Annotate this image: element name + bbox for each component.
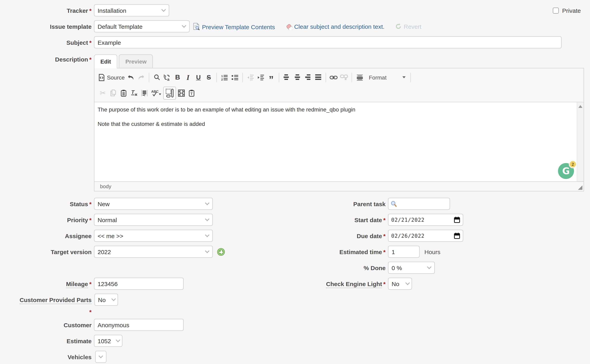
editor-content[interactable]: The purpose of this work order is to be … xyxy=(94,102,583,182)
remove-format-icon: T xyxy=(130,90,138,96)
required-marker: * xyxy=(383,232,386,239)
undo-button[interactable] xyxy=(126,72,136,83)
estimated-time-input[interactable] xyxy=(388,246,420,258)
target-version-select[interactable]: 2022 xyxy=(94,246,213,258)
justify-button[interactable] xyxy=(313,72,323,83)
editor-scrollbar[interactable] xyxy=(577,102,583,182)
customer-provided-parts-select[interactable]: No xyxy=(94,294,118,306)
copy-button[interactable] xyxy=(108,88,118,98)
format-dropdown[interactable]: Format xyxy=(369,74,406,80)
mileage-input[interactable] xyxy=(94,278,184,290)
priority-select[interactable]: Normal xyxy=(94,214,213,226)
strikethrough-icon: S xyxy=(207,74,211,80)
required-marker: * xyxy=(89,216,92,223)
edit-issue-form: Tracker* Installation Private Issue temp… xyxy=(0,0,590,364)
align-right-button[interactable] xyxy=(302,72,313,83)
required-marker: * xyxy=(89,280,92,287)
find-button[interactable] xyxy=(152,72,162,83)
align-left-button[interactable] xyxy=(282,72,292,83)
redo-icon xyxy=(138,74,145,80)
outdent-button[interactable] xyxy=(245,72,256,83)
required-marker: * xyxy=(89,308,92,315)
chevron-down-icon xyxy=(116,338,121,342)
media-embed-button[interactable] xyxy=(176,88,186,98)
clear-subject-description-link[interactable]: Clear subject and description text. xyxy=(285,23,385,30)
indent-icon xyxy=(257,74,264,80)
numbered-list-button[interactable]: 12 xyxy=(219,72,230,83)
grammarly-widget[interactable]: G 2 xyxy=(558,163,574,179)
dotted-selection-icon xyxy=(166,89,174,97)
due-date-input[interactable]: 02/26/2022 xyxy=(388,230,463,242)
toolbar-separator xyxy=(216,72,217,82)
vehicles-select[interactable] xyxy=(95,351,106,363)
element-path-bar: body xyxy=(94,182,583,191)
remove-format-button[interactable]: T xyxy=(129,88,139,98)
customer-label: Customer xyxy=(0,321,92,328)
toolbar-separator xyxy=(352,72,352,82)
toolbar-row-1: Source ba B I U S 12 xyxy=(98,70,580,85)
resize-handle[interactable] xyxy=(578,185,582,190)
private-checkbox[interactable] xyxy=(553,7,559,13)
link-icon xyxy=(330,75,338,80)
calendar-icon xyxy=(454,233,460,239)
status-row: Status* New Parent task xyxy=(0,196,590,212)
tab-preview[interactable]: Preview xyxy=(119,54,153,68)
underline-button[interactable]: U xyxy=(193,72,204,83)
align-center-button[interactable] xyxy=(292,72,302,83)
preview-template-link[interactable]: Preview Template Contents xyxy=(193,23,275,30)
estimate-select[interactable]: 1052 xyxy=(94,335,122,347)
percent-done-select[interactable]: 0 % xyxy=(388,262,435,274)
numbered-list-icon: 12 xyxy=(221,74,228,80)
issue-template-label: Issue template xyxy=(0,23,92,30)
italic-button[interactable]: I xyxy=(183,72,193,83)
source-button[interactable]: Source xyxy=(98,72,126,83)
revert-link[interactable]: Revert xyxy=(395,23,421,30)
parent-task-input[interactable] xyxy=(388,198,450,210)
unlink-button[interactable] xyxy=(339,72,349,83)
issue-template-select[interactable]: Default Template xyxy=(94,20,190,32)
toolbar-separator xyxy=(242,72,243,82)
spell-check-icon: ABC xyxy=(151,89,162,97)
select-all-button[interactable] xyxy=(139,88,150,98)
subject-input[interactable] xyxy=(94,36,562,48)
chevron-down-icon xyxy=(205,201,210,205)
undo-icon xyxy=(127,74,134,80)
mileage-row: Mileage* Check Engine Light* No xyxy=(0,276,590,292)
align-right-icon xyxy=(304,74,311,80)
indent-button[interactable] xyxy=(256,72,266,83)
add-version-button[interactable] xyxy=(217,248,225,255)
blockquote-button[interactable]: ” xyxy=(266,72,276,83)
required-marker: * xyxy=(89,200,92,207)
grammarly-icon: G xyxy=(562,167,570,175)
div-container-button[interactable] xyxy=(354,72,365,83)
element-path[interactable]: body xyxy=(100,183,111,189)
required-marker: * xyxy=(89,56,92,63)
tab-edit[interactable]: Edit xyxy=(94,54,117,68)
assignee-select[interactable]: << me >> xyxy=(94,230,213,242)
paste-plain-text-button[interactable]: T xyxy=(186,88,197,98)
redo-button[interactable] xyxy=(136,72,146,83)
toolbar-separator xyxy=(410,72,411,82)
tracker-select[interactable]: Installation xyxy=(94,4,169,16)
strikethrough-button[interactable]: S xyxy=(204,72,214,83)
replace-button[interactable]: ba xyxy=(162,72,172,83)
chevron-down-icon xyxy=(111,297,116,301)
paste-button[interactable] xyxy=(118,88,129,98)
link-button[interactable] xyxy=(329,72,339,83)
estimate-row: Estimate 1052 xyxy=(0,333,590,349)
customer-input[interactable] xyxy=(94,319,184,331)
vehicles-row: Vehicles xyxy=(0,349,590,364)
chevron-down-icon xyxy=(99,354,103,358)
cut-button[interactable]: ✂ xyxy=(98,88,108,98)
magic-selection-button[interactable] xyxy=(163,86,176,99)
start-date-input[interactable]: 02/21/2022 xyxy=(388,214,463,226)
bullet-list-button[interactable] xyxy=(230,72,240,83)
start-date-label: Start date* xyxy=(296,216,386,223)
customer-provided-parts-label: Customer Provided Parts xyxy=(0,296,92,303)
required-marker: * xyxy=(383,280,386,287)
bold-button[interactable]: B xyxy=(172,72,183,83)
status-select[interactable]: New xyxy=(94,198,213,210)
spell-check-button[interactable]: ABC xyxy=(150,88,163,98)
check-engine-light-select[interactable]: No xyxy=(388,278,412,290)
chevron-down-icon xyxy=(161,7,166,12)
